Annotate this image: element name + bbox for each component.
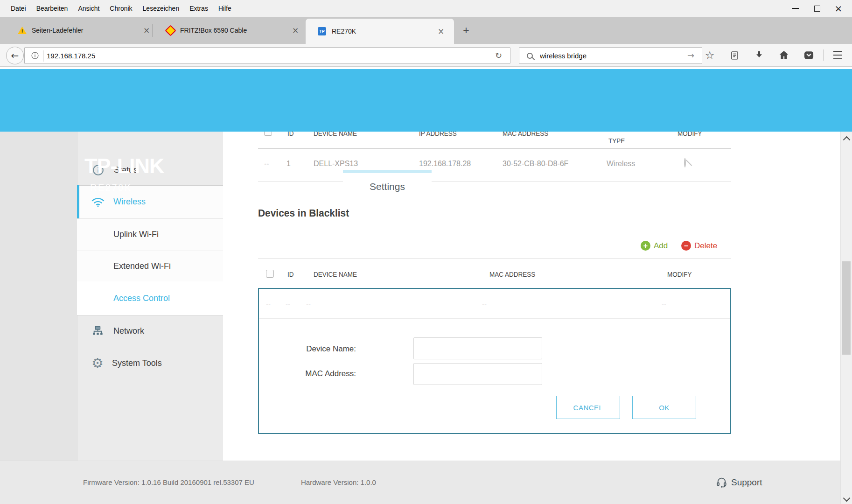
window-restore-button[interactable]	[806, 0, 828, 17]
reload-divider	[485, 50, 485, 62]
restore-icon	[814, 6, 820, 12]
star-icon: ☆	[705, 50, 715, 61]
search-submit-icon[interactable]: →	[687, 51, 694, 60]
bookmark-star-button[interactable]: ☆	[702, 47, 718, 63]
menu-lesezeichen[interactable]: Lesezeichen	[138, 0, 185, 17]
warning-exclamation: !	[21, 28, 23, 34]
row-mac-address: 30-52-CB-80-D8-6F	[503, 160, 568, 168]
hamburger-menu-button[interactable]	[830, 47, 845, 63]
tab-title: RE270K	[332, 28, 356, 35]
delete-label: Delete	[694, 241, 717, 251]
fritzbox-favicon	[166, 26, 175, 35]
back-button[interactable]: ←	[6, 47, 24, 64]
tab-separator	[152, 24, 153, 37]
tab-re270k-active[interactable]: TP RE270K ×	[306, 19, 454, 44]
headset-icon	[716, 476, 727, 488]
delete-button[interactable]: − Delete	[681, 241, 717, 251]
menu-bearbeiten[interactable]: Bearbeiten	[31, 0, 73, 17]
tab-page-load-error[interactable]: ! Seiten-Ladefehler ×	[10, 17, 152, 44]
fritz-diamond	[165, 25, 176, 36]
downloads-button[interactable]	[751, 47, 767, 63]
url-bar[interactable]: ↻	[24, 47, 510, 64]
sidebar-item-extended-wifi[interactable]: Extended Wi-Fi	[77, 251, 223, 281]
menu-datei[interactable]: Datei	[6, 0, 31, 17]
close-icon: ×	[835, 4, 843, 13]
tab-title: FRITZ!Box 6590 Cable	[180, 27, 247, 34]
home-button[interactable]	[776, 47, 792, 63]
logout-label: LOGOUT	[724, 183, 767, 190]
new-tab-button[interactable]: +	[458, 23, 474, 37]
reload-icon[interactable]: ↻	[495, 51, 502, 60]
blacklist-header-modify: MODIFY	[667, 270, 692, 278]
sidebar-item-network[interactable]: Network	[77, 315, 223, 347]
tab-settings[interactable]: Settings	[343, 170, 432, 201]
network-icon	[91, 325, 104, 337]
sidebar-item-uplink-wifi[interactable]: Uplink Wi-Fi	[77, 218, 223, 251]
mac-address-field[interactable]	[413, 363, 542, 385]
section-divider	[258, 258, 731, 259]
empty-cell: --	[482, 300, 487, 308]
tab-fritzbox[interactable]: FRITZ!Box 6590 Cable ×	[154, 17, 304, 44]
empty-cell: --	[662, 300, 666, 308]
window-minimize-button[interactable]	[785, 0, 806, 17]
blacklist-select-all-checkbox[interactable]	[266, 270, 274, 278]
urlbar-divider	[43, 50, 44, 62]
url-input[interactable]	[46, 51, 458, 60]
delete-minus-icon: −	[681, 241, 691, 251]
firmware-version: Firmware Version: 1.0.16 Build 20160901 …	[83, 478, 254, 486]
menu-ansicht[interactable]: Ansicht	[73, 0, 105, 17]
empty-cell: --	[266, 300, 271, 308]
window-close-button[interactable]: ×	[828, 0, 849, 17]
search-input[interactable]	[539, 51, 676, 60]
scroll-down-arrow[interactable]	[841, 492, 852, 504]
device-name-field[interactable]	[413, 337, 542, 359]
menu-chronik[interactable]: Chronik	[105, 0, 137, 17]
blacklist-title: Devices in Blacklist	[258, 207, 354, 219]
toolbar-divider	[823, 49, 824, 61]
screen: Datei Bearbeiten Ansicht Chronik Lesezei…	[0, 0, 852, 504]
chevron-down-icon	[843, 494, 850, 502]
scrollbar-thumb[interactable]	[842, 261, 851, 355]
site-info-icon[interactable]	[31, 51, 39, 60]
menu-extras[interactable]: Extras	[184, 0, 213, 17]
pocket-button[interactable]	[801, 47, 817, 63]
blacklist-header-id: ID	[287, 270, 294, 278]
power-icon	[704, 165, 718, 179]
search-icon	[527, 53, 533, 59]
minimize-icon	[792, 8, 799, 9]
tab-close-icon[interactable]: ×	[438, 28, 444, 35]
sidebar-item-access-control[interactable]: Access Control	[77, 281, 223, 315]
cancel-button[interactable]: CANCEL	[556, 396, 620, 419]
empty-cell: --	[286, 300, 290, 308]
pocket-icon	[803, 50, 814, 61]
tab-close-icon[interactable]: ×	[143, 27, 150, 35]
sidebar-item-system-tools[interactable]: ⚙ System Tools	[77, 347, 223, 379]
chevron-up-icon	[843, 136, 850, 143]
sidebar-label: Uplink Wi-Fi	[113, 230, 159, 239]
menu-hilfe[interactable]: Hilfe	[213, 0, 237, 17]
table-header-divider	[258, 148, 731, 149]
sidebar-label: Wireless	[113, 197, 146, 207]
add-button[interactable]: + Add	[641, 241, 668, 251]
logout-button[interactable]: LOGOUT	[724, 165, 767, 190]
tplink-header: TP-LINK RE270K Quick Setup Settings REBO…	[0, 69, 852, 132]
tab-quick-setup[interactable]: Quick Setup	[269, 181, 322, 192]
page-footer: Firmware Version: 1.0.16 Build 20160901 …	[0, 461, 852, 504]
tplink-logo: TP-LINK	[84, 154, 164, 178]
section-divider	[258, 227, 731, 227]
clipboard-icon	[730, 50, 740, 60]
empty-cell: --	[306, 300, 311, 308]
blacklist-header-mac-address: MAC ADDRESS	[489, 270, 535, 278]
tab-close-icon[interactable]: ×	[292, 27, 299, 35]
search-bar[interactable]: →	[519, 47, 702, 64]
hardware-version: Hardware Version: 1.0.0	[301, 478, 376, 486]
ok-button[interactable]: OK	[632, 396, 696, 419]
row-type: Wireless	[607, 160, 635, 168]
tp-link-favicon: TP	[318, 27, 326, 35]
block-device-icon[interactable]	[684, 158, 686, 168]
support-link[interactable]: Support	[716, 476, 762, 488]
bookmarks-list-button[interactable]	[726, 47, 742, 63]
scroll-up-arrow[interactable]	[841, 132, 852, 145]
menu-bar: Datei Bearbeiten Ansicht Chronik Lesezei…	[0, 0, 852, 17]
gear-icon: ⚙	[91, 357, 104, 370]
